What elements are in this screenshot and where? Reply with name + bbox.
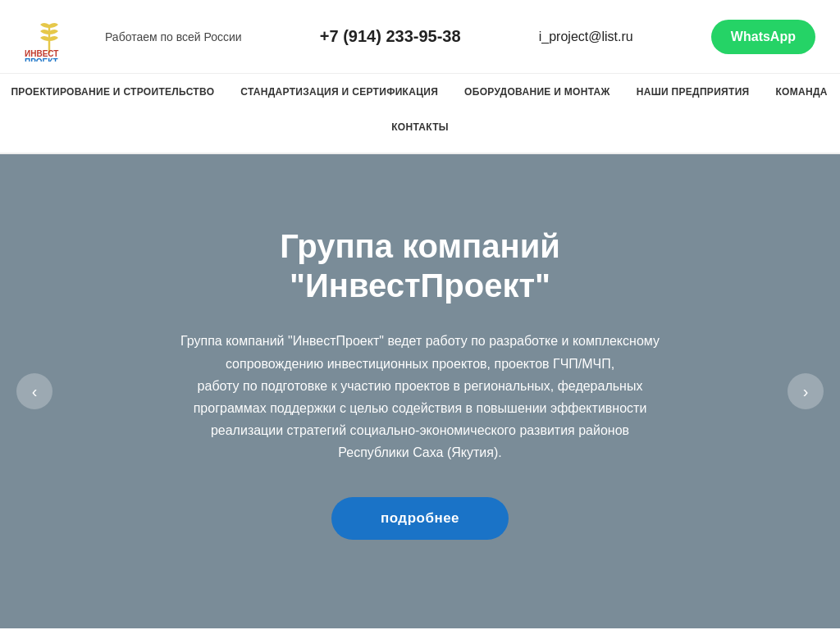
header-email: i_project@list.ru — [539, 30, 633, 44]
nav-item-equipment[interactable]: ОБОРУДОВАНИЕ И МОНТАЖ — [451, 75, 623, 109]
nav-item-design[interactable]: ПРОЕКТИРОВАНИЕ И СТРОИТЕЛЬСТВО — [0, 75, 227, 109]
carousel-prev-button[interactable]: ‹ — [16, 373, 52, 409]
header-tagline: Работаем по всей России — [105, 30, 242, 43]
nav-item-team[interactable]: КОМАНДА — [763, 75, 841, 109]
nav-item-enterprises[interactable]: НАШИ ПРЕДПРИЯТИЯ — [623, 75, 763, 109]
logo-area: ИНВЕСТ ПРОЕКТ Работаем по всей России — [25, 12, 242, 62]
nav-top-row: ГЛАВНАЯ ПРОЕКТИРОВАНИЕ И СТРОИТЕЛЬСТВО С… — [16, 74, 824, 110]
hero-more-button[interactable]: подробнее — [331, 497, 509, 540]
main-nav: ГЛАВНАЯ ПРОЕКТИРОВАНИЕ И СТРОИТЕЛЬСТВО С… — [0, 74, 840, 154]
header-phone: +7 (914) 233-95-38 — [320, 27, 461, 46]
logo-icon: ИНВЕСТ ПРОЕКТ — [25, 12, 74, 62]
hero-section: ‹ Группа компаний "ИнвестПроект" Группа … — [0, 154, 840, 628]
nav-bottom-row: КОНТАКТЫ — [16, 110, 824, 153]
hero-title: Группа компаний "ИнвестПроект" — [280, 226, 560, 305]
hero-description: Группа компаний "ИнвестПроект" ведет раб… — [174, 330, 666, 463]
nav-item-contacts[interactable]: КОНТАКТЫ — [378, 110, 462, 144]
whatsapp-button[interactable]: WhatsApp — [711, 20, 815, 54]
svg-text:ПРОЕКТ: ПРОЕКТ — [25, 57, 58, 62]
site-header: ИНВЕСТ ПРОЕКТ Работаем по всей России +7… — [0, 0, 840, 74]
nav-item-standards[interactable]: СТАНДАРТИЗАЦИЯ И СЕРТИФИКАЦИЯ — [227, 75, 451, 109]
carousel-next-button[interactable]: › — [788, 373, 824, 409]
